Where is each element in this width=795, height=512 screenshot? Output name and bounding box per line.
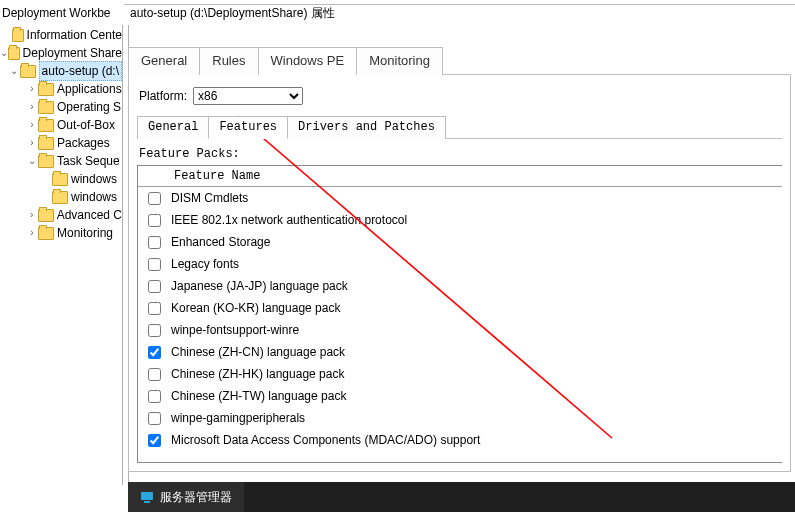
tree-item-label: windows [71,188,117,206]
folder-icon [38,119,54,132]
tree-item[interactable]: ›Monitoring [0,224,122,242]
tree-item-label: windows [71,170,117,188]
feature-row[interactable]: Chinese (ZH-HK) language pack [138,363,782,385]
feature-name: IEEE 802.1x network authentication proto… [171,213,407,227]
feature-name: DISM Cmdlets [171,191,248,205]
feature-checkbox[interactable] [148,390,161,403]
tab-rules[interactable]: Rules [199,47,258,75]
main-tabstrip: GeneralRulesWindows PEMonitoring [128,46,791,75]
navigation-tree[interactable]: Information Cente⌄Deployment Share⌄auto-… [0,26,122,486]
taskbar-server-manager[interactable]: 服务器管理器 [128,482,244,512]
svg-rect-1 [141,492,153,500]
folder-icon [38,83,54,96]
platform-label: Platform: [139,89,187,103]
tab-windows-pe[interactable]: Windows PE [258,47,358,75]
feature-name: Enhanced Storage [171,235,270,249]
feature-name: Korean (KO-KR) language pack [171,301,340,315]
folder-icon [52,173,68,186]
feature-checkbox[interactable] [148,280,161,293]
feature-listbox[interactable]: Feature Name DISM CmdletsIEEE 802.1x net… [137,165,782,463]
feature-column-header[interactable]: Feature Name [138,166,782,187]
server-manager-icon [140,490,154,504]
expand-icon[interactable]: › [26,80,38,98]
window-title: auto-setup (d:\DeploymentShare) 属性 [124,4,795,22]
tree-item-label: Information Cente [27,26,122,44]
feature-row[interactable]: IEEE 802.1x network authentication proto… [138,209,782,231]
feature-checkbox[interactable] [148,368,161,381]
tree-item[interactable]: ⌄Deployment Share [0,44,122,62]
tab-monitoring[interactable]: Monitoring [356,47,443,75]
tree-item-label: auto-setup (d:\ [39,61,122,81]
tree-item[interactable]: ›Applications [0,80,122,98]
folder-icon [38,137,54,150]
feature-row[interactable]: Japanese (JA-JP) language pack [138,275,782,297]
tree-item-label: Monitoring [57,224,113,242]
subtab-general[interactable]: General [137,116,209,139]
feature-checkbox[interactable] [148,192,161,205]
feature-row[interactable]: DISM Cmdlets [138,187,782,209]
taskbar[interactable]: 服务器管理器 [128,482,795,512]
tree-item[interactable]: ›Operating S [0,98,122,116]
feature-row[interactable]: winpe-gamingperipherals [138,407,782,429]
expand-icon[interactable]: ⌄ [26,152,38,170]
folder-icon [38,101,54,114]
tree-item[interactable]: windows [0,188,122,206]
feature-name: Microsoft Data Access Components (MDAC/A… [171,433,480,447]
tree-item[interactable]: ›Packages [0,134,122,152]
subtab-features[interactable]: Features [208,116,288,139]
tree-item-label: Deployment Share [23,44,122,62]
feature-checkbox[interactable] [148,434,161,447]
feature-row[interactable]: Chinese (ZH-TW) language pack [138,385,782,407]
feature-checkbox[interactable] [148,258,161,271]
svg-rect-2 [144,501,150,503]
tree-item[interactable]: windows [0,170,122,188]
feature-row[interactable]: Korean (KO-KR) language pack [138,297,782,319]
feature-checkbox[interactable] [148,346,161,359]
feature-name: winpe-fontsupport-winre [171,323,299,337]
tree-item[interactable]: ⌄auto-setup (d:\ [0,62,122,80]
folder-icon [12,29,24,42]
expand-icon[interactable]: › [26,134,38,152]
folder-icon [38,209,54,222]
tree-item-label: Applications [57,80,122,98]
expand-icon[interactable]: › [26,98,38,116]
tree-item-label: Operating S [57,98,121,116]
tree-item[interactable]: Information Cente [0,26,122,44]
expand-icon[interactable]: ⌄ [0,44,8,62]
feature-name: Chinese (ZH-TW) language pack [171,389,346,403]
tree-item-label: Out-of-Box [57,116,115,134]
tree-item[interactable]: ›Advanced C [0,206,122,224]
feature-row[interactable]: Enhanced Storage [138,231,782,253]
folder-icon [52,191,68,204]
feature-row[interactable]: Chinese (ZH-CN) language pack [138,341,782,363]
feature-checkbox[interactable] [148,412,161,425]
expand-icon[interactable]: › [26,206,38,224]
taskbar-item-label: 服务器管理器 [160,489,232,506]
feature-name: Chinese (ZH-HK) language pack [171,367,344,381]
tree-item[interactable]: ⌄Task Seque [0,152,122,170]
feature-checkbox[interactable] [148,214,161,227]
subtab-drivers-and-patches[interactable]: Drivers and Patches [287,116,446,139]
feature-name: winpe-gamingperipherals [171,411,305,425]
feature-row[interactable]: winpe-fontsupport-winre [138,319,782,341]
folder-icon [8,47,19,60]
feature-name: Legacy fonts [171,257,239,271]
tree-item[interactable]: ›Out-of-Box [0,116,122,134]
feature-checkbox[interactable] [148,236,161,249]
feature-checkbox[interactable] [148,324,161,337]
feature-row[interactable]: Microsoft Data Access Components (MDAC/A… [138,429,782,451]
expand-icon[interactable]: › [26,224,38,242]
feature-checkbox[interactable] [148,302,161,315]
root-node-label: Deployment Workbe [0,6,124,20]
expand-icon[interactable]: › [26,116,38,134]
folder-icon [38,227,54,240]
platform-select[interactable]: x86x64 [193,87,303,105]
tree-item-label: Advanced C [57,206,122,224]
expand-icon[interactable]: ⌄ [8,62,20,80]
folder-icon [38,155,54,168]
tab-general[interactable]: General [128,47,200,75]
feature-name: Chinese (ZH-CN) language pack [171,345,345,359]
sub-tabstrip: GeneralFeaturesDrivers and Patches [137,115,782,139]
feature-row[interactable]: Legacy fonts [138,253,782,275]
tree-item-label: Packages [57,134,110,152]
